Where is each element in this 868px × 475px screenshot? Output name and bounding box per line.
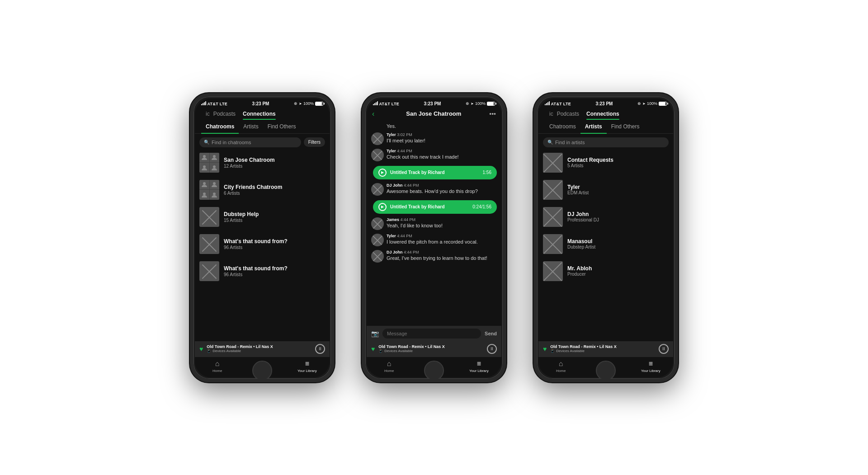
more-button-2[interactable]: ••• xyxy=(489,110,496,118)
artist-avatar-5 xyxy=(543,261,563,281)
carrier-1: AT&T LTE xyxy=(201,101,227,106)
avatar-tyler-1 xyxy=(371,132,384,145)
grid-cell-3 xyxy=(199,163,209,173)
battery-icon-2 xyxy=(487,102,495,106)
artist-name-5: Mr. Abloh xyxy=(567,265,669,272)
svg-point-3 xyxy=(213,165,216,168)
track-bubble-1-wrap: ▶ Untitled Track by Richard 1:56 xyxy=(371,165,497,179)
artist-info-3: DJ John Professional DJ xyxy=(567,211,669,222)
svg-point-6 xyxy=(203,193,206,195)
chatroom-sub-5: 96 Artists xyxy=(224,272,325,277)
home-button-1[interactable] xyxy=(252,361,272,381)
tab-podcasts-1[interactable]: Podcasts xyxy=(210,109,239,119)
send-button-2[interactable]: Send xyxy=(485,331,497,336)
home-button-3[interactable] xyxy=(596,361,616,381)
message-input-2[interactable] xyxy=(382,329,481,339)
chatroom-title-2: San Jose Chatroom xyxy=(378,110,489,117)
loc-icon-3: ⊕ xyxy=(637,101,641,106)
status-bar-1: AT&T LTE 3:23 PM ⊕ ➤ 100% xyxy=(195,99,330,107)
time-3: 3:23 PM xyxy=(596,101,613,106)
battery-row-3: ⊕ ➤ 100% xyxy=(637,101,667,106)
artist-info-2: Tyler EDM Artist xyxy=(567,184,669,195)
artist-info-5: Mr. Abloh Producer xyxy=(567,265,669,277)
search-wrap-3[interactable]: 🔍 Find in artists xyxy=(543,137,669,147)
camera-icon-2[interactable]: 📷 xyxy=(371,330,379,337)
sub-tabs-3: Chatrooms Artists Find Others xyxy=(538,119,673,134)
search-placeholder-3: Find in artists xyxy=(555,140,585,145)
artists-list-3: Contact Requests 5 Artists Tyler EDM Art… xyxy=(538,149,673,341)
nav-library-1[interactable]: ≡ Your Library xyxy=(285,360,330,373)
heart-icon-2: ♥ xyxy=(371,345,375,353)
artist-item-1[interactable]: Contact Requests 5 Artists xyxy=(538,149,673,176)
battery-icon-3 xyxy=(659,102,667,106)
artist-name-1: Contact Requests xyxy=(567,157,669,163)
player-1[interactable]: ♥ Old Town Road - Remix • Lil Nas X 📱 De… xyxy=(195,341,330,357)
player-2[interactable]: ♥ Old Town Road - Remix • Lil Nas X 📱 De… xyxy=(367,341,501,357)
devices-icon-2: 📱 xyxy=(378,349,383,353)
player-info-2: Old Town Road - Remix • Lil Nas X 📱 Devi… xyxy=(378,344,483,353)
svg-point-0 xyxy=(203,155,206,158)
status-bar-2: AT&T LTE 3:23 PM ⊕ ➤ 100% xyxy=(367,99,501,107)
chatroom-item-2[interactable]: City Friends Chatroom 6 Artists xyxy=(195,176,330,203)
subtab-chatrooms-1[interactable]: Chatrooms xyxy=(201,122,239,133)
avatar-tyler-3 xyxy=(371,234,384,246)
tab-connections-1[interactable]: Connections xyxy=(239,109,279,119)
artist-info-4: Manasoul Dubstep Artist xyxy=(567,238,669,249)
battery-icon-1 xyxy=(315,102,323,106)
player-3[interactable]: ♥ Old Town Road - Remix • Lil Nas X 📱 De… xyxy=(538,341,673,357)
nav-home-2[interactable]: ⌂ Home xyxy=(367,360,411,373)
tab-podcasts-3[interactable]: Podcasts xyxy=(553,109,583,119)
subtab-artists-3[interactable]: Artists xyxy=(580,122,607,133)
subtab-findothers-1[interactable]: Find Others xyxy=(263,122,301,133)
subtab-findothers-3[interactable]: Find Others xyxy=(607,122,644,133)
nav-library-3[interactable]: ≡ Your Library xyxy=(628,360,673,373)
track-bubble-1[interactable]: ▶ Untitled Track by Richard 1:56 xyxy=(373,166,497,179)
home-label-1: Home xyxy=(212,369,222,373)
battery-row-1: ⊕ ➤ 100% xyxy=(294,101,323,106)
home-button-2[interactable] xyxy=(424,361,444,381)
artist-avatar-1 xyxy=(543,153,563,173)
artist-name-2: Tyler xyxy=(567,184,669,190)
loc-icon-2: ⊕ xyxy=(466,101,469,106)
play-icon-1[interactable]: ▶ xyxy=(378,169,387,177)
status-bar-3: AT&T LTE 3:23 PM ⊕ ➤ 100% xyxy=(538,99,673,107)
search-wrap-1[interactable]: 🔍 Find in chatrooms xyxy=(199,137,301,147)
player-sub-3: 📱 Devices Available xyxy=(550,349,655,353)
artist-item-2[interactable]: Tyler EDM Artist xyxy=(538,176,673,203)
back-button-2[interactable]: ‹ xyxy=(372,110,374,118)
player-title-2: Old Town Road - Remix • Lil Nas X xyxy=(378,344,483,349)
chatroom-item-1[interactable]: San Jose Chatroom 12 Artists xyxy=(195,149,330,176)
chatroom-item-5[interactable]: What's that sound from? 96 Artists xyxy=(195,258,330,285)
filter-button-1[interactable]: Filters xyxy=(304,137,325,147)
player-info-3: Old Town Road - Remix • Lil Nas X 📱 Devi… xyxy=(550,344,655,353)
nav-library-2[interactable]: ≡ Your Library xyxy=(457,360,501,373)
pause-button-3[interactable]: ⏸ xyxy=(659,344,669,354)
chatroom-item-4[interactable]: What's that sound from? 96 Artists xyxy=(195,230,330,258)
chatroom-item-3[interactable]: Dubstep Help 15 Artists xyxy=(195,203,330,230)
tab-connections-3[interactable]: Connections xyxy=(583,109,623,119)
track-bubble-2[interactable]: ▶ Untitled Track by Richard 0:24/1:56 xyxy=(373,200,497,214)
subtab-chatrooms-3[interactable]: Chatrooms xyxy=(545,122,580,133)
artist-item-4[interactable]: Manasoul Dubstep Artist xyxy=(538,230,673,258)
artist-sub-2: EDM Artist xyxy=(567,190,669,195)
msg-content-tyler-1: Tyler 3:02 PM I'll meet you later! xyxy=(387,132,497,143)
chatroom-sub-4: 96 Artists xyxy=(224,245,325,250)
search-row-1: 🔍 Find in chatrooms Filters xyxy=(195,134,330,149)
home-label-2: Home xyxy=(384,369,394,373)
messages-area-2: Yes. Tyler 3:02 PM I'll meet you later! … xyxy=(367,121,501,326)
artist-info-1: Contact Requests 5 Artists xyxy=(567,157,669,168)
sub-tabs-1: Chatrooms Artists Find Others xyxy=(195,119,330,134)
home-icon-1: ⌂ xyxy=(215,360,220,368)
nav-home-1[interactable]: ⌂ Home xyxy=(195,360,240,373)
msg-row-djjohn-1: DJ John 4:44 PM Awesome beats. How'd you… xyxy=(371,183,497,196)
pause-button-2[interactable]: ⏸ xyxy=(487,344,497,354)
subtab-artists-1[interactable]: Artists xyxy=(239,122,263,133)
play-icon-2[interactable]: ▶ xyxy=(378,203,387,211)
avatar-x-1 xyxy=(199,207,219,227)
artist-item-5[interactable]: Mr. Abloh Producer xyxy=(538,258,673,285)
svg-point-2 xyxy=(203,165,206,168)
chatroom-info-3: Dubstep Help 15 Artists xyxy=(224,211,325,223)
artist-item-3[interactable]: DJ John Professional DJ xyxy=(538,203,673,230)
pause-button-1[interactable]: ⏸ xyxy=(315,344,325,354)
nav-home-3[interactable]: ⌂ Home xyxy=(538,360,583,373)
